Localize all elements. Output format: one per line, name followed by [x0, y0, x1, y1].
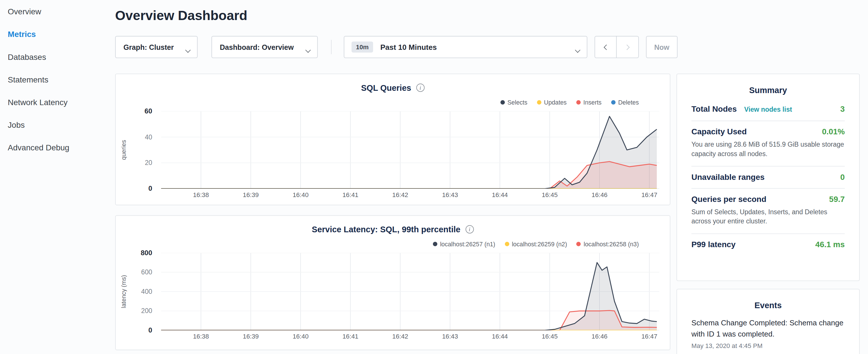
legend-label: localhost:26259 (n2) — [512, 240, 567, 247]
x-axis-tick: 16:39 — [243, 191, 259, 198]
time-prev-button[interactable] — [595, 36, 617, 58]
page-title: Overview Dashboard — [115, 8, 247, 23]
summary-stat-queries-per-second: Queries per second 59.7 Sum of Selects, … — [691, 189, 845, 234]
x-axis-tick: 16:40 — [292, 333, 309, 340]
chart-panel-service-latency: Service Latency: SQL, 99th percentile i … — [115, 215, 671, 350]
x-axis-tick: 16:44 — [492, 191, 508, 198]
x-axis-tick: 16:39 — [243, 333, 259, 340]
x-axis-tick: 16:40 — [292, 191, 309, 198]
legend-item: Inserts — [576, 99, 601, 106]
x-axis-tick: 16:47 — [641, 191, 657, 198]
y-axis-tick: 200 — [130, 307, 152, 315]
sidebar-nav: OverviewMetricsDatabasesStatementsNetwor… — [0, 0, 105, 159]
y-axis-tick: 20 — [130, 158, 152, 167]
event-text: Schema Change Completed: Schema change w… — [691, 318, 845, 340]
y-axis-tick: 600 — [130, 268, 152, 277]
y-axis-label: latency (ms) — [120, 253, 129, 330]
time-range-dropdown[interactable]: 10m Past 10 Minutes — [344, 36, 587, 58]
stat-value: 46.1 ms — [815, 240, 845, 249]
graph-scope-dropdown[interactable]: Graph: Cluster — [115, 36, 198, 58]
legend-dot-icon — [500, 100, 505, 104]
legend-dot-icon — [576, 100, 580, 104]
legend-dot-icon — [537, 100, 541, 104]
legend-item: localhost:26257 (n1) — [433, 240, 495, 247]
summary-stat-unavailable-ranges: Unavailable ranges 0 — [691, 166, 845, 189]
stat-value: 0 — [840, 172, 845, 181]
app-window: OverviewMetricsDatabasesStatementsNetwor… — [0, 0, 868, 354]
chart-panel-sql-queries: SQL Queries i SelectsUpdatesInsertsDelet… — [115, 74, 671, 205]
info-icon[interactable]: i — [465, 225, 474, 233]
legend-dot-icon — [433, 242, 437, 246]
x-axis-tick: 16:45 — [541, 191, 558, 198]
stat-value: 3 — [840, 104, 845, 114]
legend-label: Deletes — [618, 99, 639, 106]
toolbar-divider — [331, 40, 332, 54]
x-axis-tick: 16:38 — [193, 191, 209, 198]
time-range-label: Past 10 Minutes — [380, 43, 437, 51]
y-axis-label: queries — [120, 111, 129, 189]
sidebar-item-statements[interactable]: Statements — [0, 69, 105, 91]
chart-legend: localhost:26257 (n1)localhost:26259 (n2)… — [433, 240, 639, 247]
x-axis-tick: 16:41 — [342, 191, 359, 198]
legend-item: Deletes — [611, 99, 639, 106]
y-axis-tick: 800 — [130, 248, 152, 257]
chart-legend: SelectsUpdatesInsertsDeletes — [500, 99, 639, 106]
y-axis-tick: 400 — [130, 287, 152, 296]
time-now-button[interactable]: Now — [646, 36, 677, 58]
dashboard-dropdown[interactable]: Dashboard: Overview — [212, 36, 318, 58]
x-axis-tick: 16:43 — [442, 191, 458, 198]
chevron-right-icon — [624, 44, 629, 50]
sidebar-item-metrics[interactable]: Metrics — [0, 23, 105, 46]
x-axis-tick: 16:46 — [591, 333, 608, 340]
chevron-down-icon — [185, 47, 191, 53]
legend-label: localhost:26257 (n1) — [440, 240, 495, 247]
chevron-left-icon — [604, 44, 609, 50]
stat-value: 0.01% — [822, 127, 844, 136]
legend-item: Updates — [537, 99, 566, 106]
time-range-badge: 10m — [351, 41, 373, 53]
sidebar-item-databases[interactable]: Databases — [0, 46, 105, 68]
y-axis: 6040200 — [130, 107, 152, 193]
x-axis-tick: 16:47 — [641, 333, 657, 340]
events-title: Events — [677, 289, 859, 313]
info-icon[interactable]: i — [416, 84, 425, 92]
x-axis-tick: 16:43 — [442, 333, 458, 340]
legend-dot-icon — [577, 242, 581, 246]
legend-dot-icon — [505, 242, 509, 246]
stat-label: P99 latency — [691, 240, 736, 249]
x-axis-tick: 16:45 — [541, 333, 558, 340]
time-next-button[interactable] — [616, 36, 639, 58]
graph-scope-label: Graph: Cluster — [124, 43, 174, 51]
legend-label: localhost:26258 (n3) — [584, 240, 639, 247]
summary-stat-p99-latency: P99 latency 46.1 ms — [691, 234, 845, 255]
legend-label: Inserts — [583, 99, 601, 106]
stat-label: Total Nodes — [691, 104, 737, 114]
legend-item: localhost:26258 (n3) — [577, 240, 639, 247]
sidebar-item-overview[interactable]: Overview — [0, 1, 105, 23]
x-axis: 16:3816:3916:4016:4116:4216:4316:4416:45… — [161, 191, 659, 200]
view-nodes-list-link[interactable]: View nodes list — [744, 106, 792, 114]
event-item: Schema Change Completed: Schema change w… — [691, 313, 845, 349]
legend-item: Selects — [500, 99, 528, 106]
legend-item: localhost:26259 (n2) — [505, 240, 567, 247]
chevron-down-icon — [575, 47, 580, 53]
x-axis-tick: 16:38 — [193, 333, 209, 340]
chart-plot — [161, 111, 659, 189]
chart-title: Service Latency: SQL, 99th percentile — [312, 225, 461, 234]
chevron-down-icon — [305, 47, 311, 53]
y-axis-tick: 40 — [130, 133, 152, 141]
stat-label: Capacity Used — [691, 127, 747, 136]
stat-description: You are using 28.6 MiB of 515.9 GiB usab… — [691, 140, 845, 159]
sidebar-item-network-latency[interactable]: Network Latency — [0, 91, 105, 114]
summary-stat-capacity-used: Capacity Used 0.01% You are using 28.6 M… — [691, 121, 845, 166]
y-axis: 8006004002000 — [130, 248, 152, 334]
sidebar-item-jobs[interactable]: Jobs — [0, 114, 105, 137]
sidebar-item-advanced-debug[interactable]: Advanced Debug — [0, 137, 105, 159]
stat-description: Sum of Selects, Updates, Inserts, and De… — [691, 207, 845, 227]
x-axis: 16:3816:3916:4016:4116:4216:4316:4416:45… — [161, 333, 659, 342]
summary-panel: Summary Total Nodes View nodes list 3 Ca… — [677, 74, 860, 281]
x-axis-tick: 16:42 — [392, 191, 408, 198]
summary-title: Summary — [677, 74, 859, 98]
chart-title: SQL Queries — [361, 83, 411, 93]
legend-label: Updates — [544, 99, 566, 106]
